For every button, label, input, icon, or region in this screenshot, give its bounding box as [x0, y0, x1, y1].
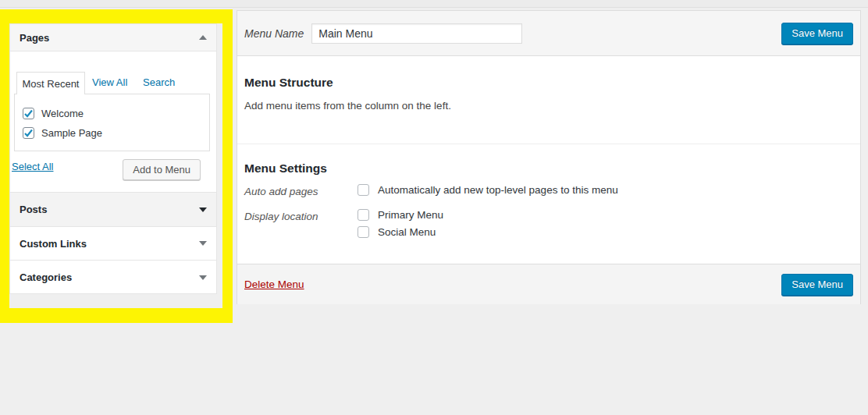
tab-most-recent[interactable]: Most Recent — [16, 72, 85, 94]
menu-name-bar: Menu Name Save Menu — [237, 11, 860, 56]
accordion-pages-title: Pages — [20, 32, 49, 44]
checkbox-primary-menu[interactable] — [358, 209, 369, 221]
list-item: Welcome — [23, 104, 209, 123]
accordion-categories[interactable]: Categories — [10, 260, 216, 294]
checkbox-social-menu[interactable] — [358, 226, 369, 238]
accordion-pages[interactable]: Pages — [10, 24, 216, 51]
section-divider — [237, 144, 860, 144]
expand-icon[interactable] — [199, 275, 207, 280]
page-top-strip — [0, 0, 868, 8]
checkbox-auto-add-pages[interactable] — [358, 184, 369, 196]
expand-icon[interactable] — [199, 241, 207, 246]
checkbox-sample-page[interactable] — [23, 127, 34, 139]
page-item-label: Welcome — [41, 108, 84, 119]
primary-menu-option-label: Primary Menu — [378, 209, 443, 221]
social-menu-option-label: Social Menu — [378, 226, 436, 238]
accordion-posts-title: Posts — [20, 204, 47, 215]
save-menu-button-bottom[interactable]: Save Menu — [781, 274, 853, 296]
add-menu-items-column: Pages Most Recent View All Search Welcom… — [9, 23, 217, 294]
collapse-icon[interactable] — [199, 35, 207, 40]
list-item: Sample Page — [23, 123, 209, 143]
auto-add-pages-option: Automatically add new top-level pages to… — [358, 184, 618, 196]
delete-menu-link[interactable]: Delete Menu — [244, 278, 304, 290]
add-to-menu-button[interactable]: Add to Menu — [123, 159, 201, 180]
check-icon — [23, 108, 34, 119]
display-location-primary-option: Primary Menu — [358, 209, 443, 221]
tab-view-all[interactable]: View All — [92, 76, 127, 88]
menu-name-label: Menu Name — [244, 27, 304, 40]
tab-search[interactable]: Search — [143, 76, 175, 88]
wordpress-menus-screen: Pages Most Recent View All Search Welcom… — [0, 0, 868, 415]
accordion-custom-links[interactable]: Custom Links — [10, 226, 216, 260]
menu-settings-title: Menu Settings — [244, 161, 327, 176]
check-icon — [23, 128, 34, 138]
expand-icon[interactable] — [199, 208, 207, 212]
tab-most-recent-label: Most Recent — [23, 78, 80, 90]
menu-name-input[interactable] — [311, 23, 522, 44]
auto-add-pages-label: Auto add pages — [244, 186, 318, 197]
accordion-custom-links-title: Custom Links — [20, 238, 87, 250]
save-menu-button-top[interactable]: Save Menu — [781, 23, 853, 44]
auto-add-pages-option-label: Automatically add new top-level pages to… — [378, 184, 618, 196]
page-item-label: Sample Page — [41, 127, 102, 139]
pages-checklist: Welcome Sample Page — [14, 94, 210, 151]
checkbox-welcome[interactable] — [23, 108, 34, 119]
accordion-categories-title: Categories — [20, 271, 72, 283]
display-location-label: Display location — [244, 211, 318, 222]
menu-editor-panel: Menu Name Save Menu Menu Structure Add m… — [237, 10, 861, 304]
select-all-link[interactable]: Select All — [12, 161, 53, 172]
menu-editor-footer: Delete Menu Save Menu — [237, 264, 860, 304]
display-location-social-option: Social Menu — [358, 226, 436, 238]
menu-structure-title: Menu Structure — [244, 76, 333, 90]
accordion-posts[interactable]: Posts — [10, 192, 216, 226]
menu-structure-description: Add menu items from the column on the le… — [244, 100, 451, 112]
pages-panel-body: Most Recent View All Search Welcome — [10, 51, 216, 192]
